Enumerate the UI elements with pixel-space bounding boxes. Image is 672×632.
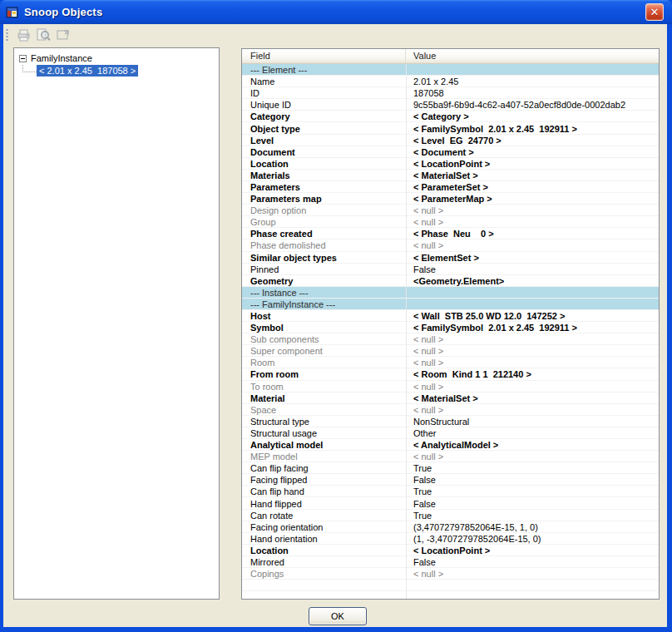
- table-row[interactable]: --- Instance ---: [242, 287, 659, 299]
- value-cell: < FamilySymbol 2.01 x 2.45 192911 >: [406, 124, 659, 134]
- table-row[interactable]: Materials< MaterialSet >: [242, 170, 659, 181]
- value-cell: < null >: [406, 240, 659, 250]
- field-cell: Similar object types: [242, 253, 406, 263]
- table-row[interactable]: To room< null >: [242, 381, 659, 393]
- table-row[interactable]: Room< null >: [242, 357, 659, 368]
- table-row[interactable]: Phase created< Phase Neu 0 >: [242, 228, 659, 239]
- table-row[interactable]: Parameters< ParameterSet >: [242, 181, 659, 193]
- value-cell: 9c55ba9f-6b9d-4c62-a407-52a0ecf8d0de-000…: [406, 100, 659, 110]
- value-cell: 187058: [406, 88, 659, 98]
- snoop-objects-window: Snoop Objects ✕: [0, 0, 672, 632]
- table-row[interactable]: Hand orientation(1, -3,47072797852064E-1…: [242, 533, 659, 545]
- value-cell: < FamilySymbol 2.01 x 2.45 192911 >: [406, 323, 659, 333]
- object-tree-panel: FamilyInstance < 2.01 x 2.45 187058 >: [13, 47, 220, 600]
- table-row[interactable]: Object type< FamilySymbol 2.01 x 2.45 19…: [242, 122, 659, 134]
- field-cell: Facing orientation: [242, 522, 406, 532]
- table-row[interactable]: Can flip handTrue: [242, 486, 659, 497]
- table-row[interactable]: Unique ID9c55ba9f-6b9d-4c62-a407-52a0ecf…: [242, 99, 659, 111]
- value-cell: (1, -3,47072797852064E-15, 0): [406, 534, 659, 544]
- table-row[interactable]: Can rotateTrue: [242, 510, 659, 521]
- field-cell: Mirrored: [242, 557, 406, 567]
- field-cell: Hand orientation: [242, 534, 406, 544]
- field-value-list: Field Value --- Element ---Name2.01 x 2.…: [241, 48, 660, 600]
- column-divider[interactable]: [406, 64, 407, 599]
- table-row[interactable]: Can flip facingTrue: [242, 462, 659, 474]
- value-cell: False: [406, 557, 659, 567]
- value-cell: 2.01 x 2.45: [406, 77, 659, 86]
- table-row[interactable]: MEP model< null >: [242, 451, 659, 462]
- collapse-toggle-icon[interactable]: [19, 55, 27, 62]
- table-row[interactable]: Copings< null >: [242, 568, 659, 580]
- field-cell: Name: [242, 77, 406, 86]
- value-cell: < Document >: [406, 147, 659, 157]
- field-cell: Super component: [242, 346, 406, 356]
- field-cell: From room: [242, 369, 406, 379]
- table-row[interactable]: Sub components< null >: [242, 333, 659, 345]
- value-cell: < null >: [406, 569, 659, 579]
- value-cell: (3,47072797852064E-15, 1, 0): [406, 522, 659, 532]
- table-row[interactable]: Facing flippedFalse: [242, 474, 659, 486]
- table-row[interactable]: Hand flippedFalse: [242, 497, 659, 509]
- table-row[interactable]: Host< Wall STB 25.0 WD 12.0 147252 >: [242, 310, 659, 322]
- field-cell: Can flip facing: [242, 463, 406, 473]
- value-cell: < ElementSet >: [406, 253, 659, 263]
- table-row[interactable]: PinnedFalse: [242, 264, 659, 275]
- field-cell: Location: [242, 159, 406, 169]
- field-cell: Symbol: [242, 323, 406, 333]
- ok-button[interactable]: OK: [309, 607, 367, 625]
- table-row[interactable]: Space< null >: [242, 404, 659, 416]
- tree-node-familyinstance[interactable]: FamilyInstance: [14, 52, 92, 64]
- tree-node-selected-instance[interactable]: < 2.01 x 2.45 187058 >: [14, 65, 138, 77]
- toolbar-grip-icon[interactable]: [6, 28, 8, 42]
- table-row[interactable]: Material< MaterialSet >: [242, 393, 659, 404]
- value-cell: True: [406, 463, 659, 473]
- value-cell: < null >: [406, 217, 659, 227]
- table-row[interactable]: Document< Document >: [242, 146, 659, 158]
- table-row[interactable]: Symbol< FamilySymbol 2.01 x 2.45 192911 …: [242, 322, 659, 333]
- field-cell: Group: [242, 217, 406, 227]
- table-row[interactable]: --- Element ---: [242, 64, 659, 76]
- table-row[interactable]: Facing orientation(3,47072797852064E-15,…: [242, 521, 659, 533]
- table-row[interactable]: Level< Level EG 24770 >: [242, 135, 659, 146]
- table-row[interactable]: From room< Room Kind 1 1 212140 >: [242, 368, 659, 380]
- value-cell: < Room Kind 1 1 212140 >: [406, 369, 659, 379]
- table-row[interactable]: Design option< null >: [242, 205, 659, 216]
- table-row[interactable]: Structural typeNonStructural: [242, 416, 659, 427]
- field-cell: Space: [242, 405, 406, 415]
- field-cell: Materials: [242, 170, 406, 180]
- table-row[interactable]: Geometry<Geometry.Element>: [242, 275, 659, 287]
- value-cell: < null >: [406, 382, 659, 392]
- print-preview-icon[interactable]: [33, 26, 53, 44]
- field-cell: Parameters: [242, 182, 406, 192]
- table-row[interactable]: Location< LocationPoint >: [242, 545, 659, 556]
- value-cell: False: [406, 499, 659, 509]
- table-row[interactable]: Phase demolished< null >: [242, 239, 659, 251]
- table-row[interactable]: ID187058: [242, 87, 659, 99]
- field-cell: Can flip hand: [242, 486, 406, 496]
- field-cell: Hand flipped: [242, 499, 406, 509]
- table-row[interactable]: --- FamilyInstance ---: [242, 299, 659, 310]
- value-cell: < AnalyticalModel >: [406, 440, 659, 450]
- table-row[interactable]: Similar object types< ElementSet >: [242, 252, 659, 264]
- snoop-print-icon[interactable]: [13, 26, 33, 44]
- table-row[interactable]: Parameters map< ParameterMap >: [242, 193, 659, 205]
- value-cell: <Geometry.Element>: [406, 276, 659, 286]
- close-button[interactable]: ✕: [645, 3, 664, 21]
- table-row[interactable]: Category< Category >: [242, 111, 659, 122]
- column-header-field[interactable]: Field: [242, 49, 406, 63]
- table-row[interactable]: Name2.01 x 2.45: [242, 76, 659, 87]
- tree-connector-icon: [22, 65, 37, 72]
- table-row[interactable]: Location< LocationPoint >: [242, 158, 659, 170]
- field-cell: Copings: [242, 569, 406, 579]
- field-cell: Facing flipped: [242, 475, 406, 485]
- table-row[interactable]: Structural usageOther: [242, 427, 659, 439]
- table-row[interactable]: Group< null >: [242, 216, 659, 228]
- page-setup-icon[interactable]: [53, 26, 73, 44]
- titlebar[interactable]: Snoop Objects ✕: [0, 0, 672, 24]
- table-row[interactable]: Super component< null >: [242, 345, 659, 357]
- table-row[interactable]: MirroredFalse: [242, 556, 659, 568]
- field-cell: MEP model: [242, 452, 406, 462]
- column-header-value[interactable]: Value: [406, 49, 659, 63]
- table-row[interactable]: Analytical model< AnalyticalModel >: [242, 439, 659, 451]
- field-cell: Sub components: [242, 334, 406, 344]
